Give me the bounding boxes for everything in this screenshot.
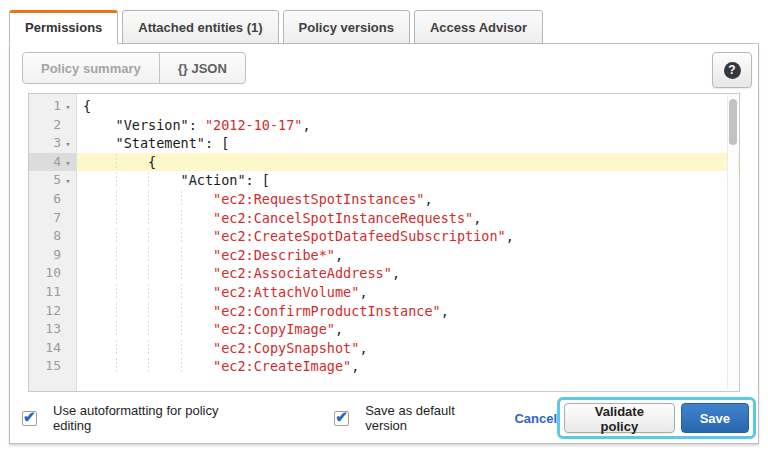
check-icon: ✔ xyxy=(23,408,36,426)
gutter-line: 13 xyxy=(29,320,76,339)
tab-bar: Permissions Attached entities (1) Policy… xyxy=(9,10,759,43)
editor-scrollbar[interactable] xyxy=(727,95,738,390)
primary-actions-focus-ring: Validate policy Save xyxy=(557,397,756,439)
permissions-panel: Policy summary {} JSON ? 1▾23▾4▾5▾678910… xyxy=(9,43,759,444)
tab-attached-entities[interactable]: Attached entities (1) xyxy=(122,10,278,44)
tab-policy-versions[interactable]: Policy versions xyxy=(283,10,410,44)
code-line[interactable]: "ec2:CopySnapshot", xyxy=(77,339,739,358)
gutter-line: 6 xyxy=(29,190,76,209)
help-button[interactable]: ? xyxy=(712,52,752,88)
gutter-line: 14 xyxy=(29,339,76,358)
code-area[interactable]: { "Version": "2012-10-17", "Statement": … xyxy=(77,94,739,391)
code-line[interactable]: "Action": [ xyxy=(77,171,739,190)
question-mark-icon: ? xyxy=(724,62,741,79)
default-version-checkbox-row[interactable]: ✔ Save as default version xyxy=(334,403,490,433)
gutter-line: 9 xyxy=(29,246,76,265)
gutter-line: 4▾ xyxy=(29,153,76,172)
fold-toggle-icon[interactable]: ▾ xyxy=(61,135,75,154)
gutter-line: 10 xyxy=(29,264,76,283)
code-line[interactable]: "ec2:CopyImage", xyxy=(77,320,739,339)
code-line[interactable]: "ec2:AssociateAddress", xyxy=(77,264,739,283)
json-view-button[interactable]: {} JSON xyxy=(159,53,245,83)
policy-summary-button[interactable]: Policy summary xyxy=(23,53,159,83)
code-line[interactable]: "ec2:ConfirmProductInstance", xyxy=(77,302,739,321)
validate-policy-button[interactable]: Validate policy xyxy=(564,403,675,433)
autoformat-label[interactable]: Use autoformatting for policy editing xyxy=(53,403,246,433)
tab-permissions[interactable]: Permissions xyxy=(9,10,118,44)
gutter-line: 12 xyxy=(29,302,76,321)
gutter-line: 8 xyxy=(29,227,76,246)
code-line[interactable]: "ec2:AttachVolume", xyxy=(77,283,739,302)
code-line[interactable]: "ec2:RequestSpotInstances", xyxy=(77,190,739,209)
scrollbar-thumb[interactable] xyxy=(729,99,737,145)
save-button[interactable]: Save xyxy=(681,403,749,433)
line-number-gutter: 1▾23▾4▾5▾6789101112131415 xyxy=(29,94,77,391)
code-line[interactable]: "ec2:CreateSpotDatafeedSubscription", xyxy=(77,227,739,246)
fold-toggle-icon[interactable]: ▾ xyxy=(61,172,75,191)
default-version-label[interactable]: Save as default version xyxy=(365,403,490,433)
cancel-link[interactable]: Cancel xyxy=(514,411,557,426)
fold-toggle-icon[interactable]: ▾ xyxy=(61,98,75,117)
fold-toggle-icon[interactable]: ▾ xyxy=(61,154,75,173)
gutter-line: 2 xyxy=(29,116,76,135)
tab-access-advisor[interactable]: Access Advisor xyxy=(414,10,543,44)
policy-json-editor[interactable]: 1▾23▾4▾5▾6789101112131415 { "Version": "… xyxy=(28,93,740,392)
view-switcher: Policy summary {} JSON xyxy=(22,52,246,84)
gutter-line: 5▾ xyxy=(29,171,76,190)
gutter-line: 11 xyxy=(29,283,76,302)
code-line[interactable]: "Statement": [ xyxy=(77,134,739,153)
code-line[interactable]: "Version": "2012-10-17", xyxy=(77,116,739,135)
autoformat-checkbox[interactable]: ✔ xyxy=(22,411,37,426)
iam-policy-editor-page: Permissions Attached entities (1) Policy… xyxy=(0,0,768,444)
gutter-line: 1▾ xyxy=(29,97,76,116)
gutter-line: 3▾ xyxy=(29,134,76,153)
code-line[interactable]: { xyxy=(77,97,739,116)
gutter-line: 7 xyxy=(29,209,76,228)
code-line[interactable]: "ec2:CreateImage", xyxy=(77,357,739,376)
check-icon: ✔ xyxy=(335,408,348,426)
autoformat-checkbox-row[interactable]: ✔ Use autoformatting for policy editing xyxy=(22,403,246,433)
code-line[interactable]: "ec2:CancelSpotInstanceRequests", xyxy=(77,209,739,228)
default-version-checkbox[interactable]: ✔ xyxy=(334,411,349,426)
code-line[interactable]: "ec2:Describe*", xyxy=(77,246,739,265)
code-line[interactable]: { xyxy=(77,153,739,172)
editor-footer: ✔ Use autoformatting for policy editing … xyxy=(22,392,756,444)
gutter-line: 15 xyxy=(29,357,76,376)
editor-toolbar: Policy summary {} JSON ? xyxy=(22,52,752,93)
